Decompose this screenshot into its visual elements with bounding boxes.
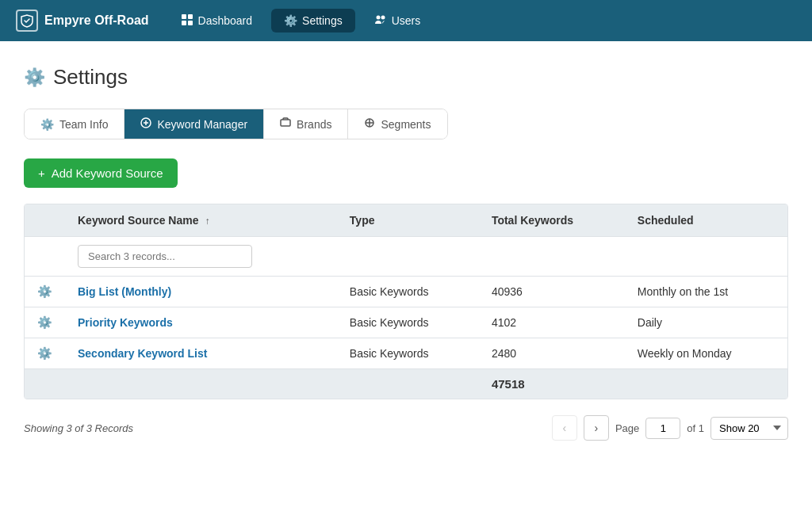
keyword-link-2[interactable]: Secondary Keyword List bbox=[78, 347, 207, 360]
prev-page-button[interactable]: ‹ bbox=[552, 415, 577, 441]
col-name-label: Keyword Source Name bbox=[78, 214, 199, 227]
showing-text: Showing 3 of 3 Records bbox=[24, 422, 539, 434]
sort-icon: ↑ bbox=[205, 216, 209, 227]
col-total-keywords: Total Keywords bbox=[479, 204, 625, 237]
brand-name: Empyre Off-Road bbox=[44, 13, 149, 28]
col-scheduled-label: Scheduled bbox=[638, 214, 694, 227]
svg-point-4 bbox=[376, 15, 380, 19]
col-scheduled: Scheduled bbox=[625, 204, 787, 237]
keyword-link-1[interactable]: Priority Keywords bbox=[78, 316, 173, 329]
nav-settings[interactable]: ⚙️ Settings bbox=[271, 9, 355, 32]
table-total-row: 47518 bbox=[25, 369, 787, 399]
svg-rect-2 bbox=[182, 21, 186, 25]
next-page-button[interactable]: › bbox=[584, 415, 609, 441]
dashboard-icon bbox=[181, 13, 193, 29]
page-title: ⚙️ Settings bbox=[24, 65, 788, 90]
add-keyword-source-button[interactable]: + Add Keyword Source bbox=[24, 158, 178, 188]
page-label: Page bbox=[615, 422, 639, 434]
users-nav-icon bbox=[374, 13, 387, 29]
add-button-label: Add Keyword Source bbox=[52, 166, 163, 180]
add-icon: + bbox=[38, 166, 45, 180]
brand: Empyre Off-Road bbox=[16, 10, 149, 32]
nav-dashboard-label: Dashboard bbox=[198, 14, 253, 27]
row-gear-1[interactable]: ⚙️ bbox=[25, 307, 65, 338]
tab-bar: ⚙️ Team Info Keyword Manager Brands Segm… bbox=[24, 109, 448, 139]
svg-rect-1 bbox=[188, 14, 193, 19]
table-row: ⚙️ Priority Keywords Basic Keywords 4102… bbox=[25, 307, 787, 338]
search-row bbox=[25, 237, 787, 277]
tab-keyword-manager-label: Keyword Manager bbox=[157, 118, 247, 131]
total-keywords-value: 47518 bbox=[479, 369, 625, 399]
svg-rect-0 bbox=[182, 14, 186, 19]
tab-team-info-label: Team Info bbox=[59, 118, 108, 131]
keyword-link-0[interactable]: Big List (Monthly) bbox=[78, 285, 171, 298]
row-scheduled-1: Daily bbox=[625, 307, 787, 338]
settings-nav-icon: ⚙️ bbox=[284, 14, 297, 27]
header: Empyre Off-Road Dashboard ⚙️ Settings Us… bbox=[0, 0, 812, 41]
row-scheduled-2: Weekly on Monday bbox=[625, 338, 787, 369]
tab-brands-icon bbox=[280, 117, 291, 131]
tab-segments-label: Segments bbox=[381, 118, 431, 131]
search-row-gear-cell bbox=[25, 237, 65, 277]
row-type-1: Basic Keywords bbox=[337, 307, 479, 338]
show-select-wrapper: Show 10 Show 20 Show 50 Show 100 bbox=[710, 417, 788, 440]
row-total-0: 40936 bbox=[479, 277, 625, 307]
next-page-icon: › bbox=[595, 422, 599, 434]
col-total-keywords-label: Total Keywords bbox=[492, 214, 573, 227]
row-type-0: Basic Keywords bbox=[337, 277, 479, 307]
tab-keyword-manager[interactable]: Keyword Manager bbox=[124, 109, 264, 139]
row-name-0: Big List (Monthly) bbox=[65, 277, 337, 307]
tab-brands[interactable]: Brands bbox=[264, 109, 348, 139]
nav-users-label: Users bbox=[392, 14, 421, 27]
tab-brands-label: Brands bbox=[297, 118, 331, 131]
nav-settings-label: Settings bbox=[302, 14, 343, 27]
of-text: of 1 bbox=[687, 422, 704, 434]
row-name-1: Priority Keywords bbox=[65, 307, 337, 338]
nav-users[interactable]: Users bbox=[362, 8, 434, 34]
row-scheduled-0: Monthly on the 1st bbox=[625, 277, 787, 307]
row-name-2: Secondary Keyword List bbox=[65, 338, 337, 369]
nav-dashboard[interactable]: Dashboard bbox=[168, 8, 266, 34]
row-gear-2[interactable]: ⚙️ bbox=[25, 338, 65, 369]
show-select[interactable]: Show 10 Show 20 Show 50 Show 100 bbox=[710, 417, 788, 440]
row-total-1: 4102 bbox=[479, 307, 625, 338]
search-cell bbox=[65, 237, 337, 277]
svg-point-5 bbox=[381, 15, 385, 19]
page-title-icon: ⚙️ bbox=[24, 67, 45, 88]
row-gear-0[interactable]: ⚙️ bbox=[25, 277, 65, 307]
col-name[interactable]: Keyword Source Name ↑ bbox=[65, 204, 337, 237]
table-row: ⚙️ Big List (Monthly) Basic Keywords 409… bbox=[25, 277, 787, 307]
tab-segments-icon bbox=[364, 117, 375, 131]
prev-page-icon: ‹ bbox=[563, 422, 567, 434]
row-total-2: 2480 bbox=[479, 338, 625, 369]
tab-segments[interactable]: Segments bbox=[348, 109, 446, 139]
search-input[interactable] bbox=[78, 245, 252, 268]
table-header-row: Keyword Source Name ↑ Type Total Keyword… bbox=[25, 204, 787, 237]
col-type: Type bbox=[337, 204, 479, 237]
tab-team-info[interactable]: ⚙️ Team Info bbox=[25, 109, 124, 139]
table-footer: Showing 3 of 3 Records ‹ › Page of 1 Sho… bbox=[24, 409, 788, 447]
row-type-2: Basic Keywords bbox=[337, 338, 479, 369]
tab-team-info-icon: ⚙️ bbox=[40, 118, 54, 131]
pagination: ‹ › Page of 1 Show 10 Show 20 Show 50 Sh… bbox=[552, 415, 788, 441]
svg-rect-7 bbox=[281, 120, 290, 126]
main-content: ⚙️ Settings ⚙️ Team Info Keyword Manager… bbox=[0, 41, 812, 523]
col-settings bbox=[25, 204, 65, 237]
tab-keyword-manager-icon bbox=[140, 117, 151, 131]
svg-rect-3 bbox=[188, 21, 193, 25]
col-type-label: Type bbox=[350, 214, 375, 227]
page-number-input[interactable] bbox=[645, 418, 680, 439]
brand-logo-icon bbox=[16, 10, 38, 32]
keyword-source-table: Keyword Source Name ↑ Type Total Keyword… bbox=[24, 204, 788, 399]
page-title-text: Settings bbox=[53, 65, 128, 90]
table-row: ⚙️ Secondary Keyword List Basic Keywords… bbox=[25, 338, 787, 369]
